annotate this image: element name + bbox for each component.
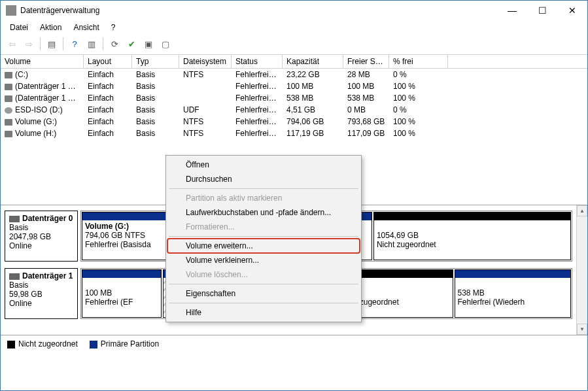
col-volume[interactable]: Volume — [1, 55, 84, 68]
ctx-change-letter[interactable]: Laufwerkbuchstaben und -pfade ändern... — [167, 205, 360, 220]
ctx-properties[interactable]: Eigenschaften — [167, 286, 360, 301]
swatch-unalloc-icon — [7, 341, 15, 348]
stripe-primary — [455, 270, 570, 278]
disk-icon — [9, 273, 20, 280]
ctx-extend-volume[interactable]: Volume erweitern... — [167, 239, 360, 253]
toolbar-separator — [40, 37, 41, 50]
col-cap[interactable]: Kapazität — [283, 55, 343, 68]
col-pct[interactable]: % frei — [389, 55, 448, 68]
disk-title: Datenträger 1 — [22, 271, 73, 280]
action-icon-2[interactable]: ▢ — [158, 37, 173, 51]
context-menu: Öffnen Durchsuchen Partition als aktiv m… — [165, 155, 362, 322]
ctx-separator — [169, 188, 358, 189]
volume-row[interactable]: Volume (H:)EinfachBasisNTFSFehlerfrei (.… — [1, 128, 587, 139]
nav-forward-button[interactable]: ⇨ — [22, 37, 36, 51]
ctx-delete-volume: Volume löschen... — [167, 267, 360, 282]
stripe-unalloc — [374, 212, 570, 220]
disk-status: Online — [9, 299, 32, 308]
disk-type: Basis — [9, 280, 28, 290]
toolbar-separator — [103, 37, 103, 50]
volume-icon — [5, 72, 12, 78]
ctx-format: Formatieren... — [167, 220, 360, 234]
col-layout[interactable]: Layout — [84, 55, 132, 68]
volume-row[interactable]: (Datenträger 1 Par...EinfachBasisFehlerf… — [1, 92, 587, 104]
volume-icon — [5, 119, 12, 126]
legend-primary: Primäre Partition — [90, 339, 159, 348]
action-icon-1[interactable]: ▣ — [141, 37, 156, 51]
col-status[interactable]: Status — [232, 55, 283, 68]
volume-row[interactable]: (Datenträger 1 Par...EinfachBasisFehlerf… — [1, 80, 587, 92]
ctx-mark-active: Partition als aktiv markieren — [167, 191, 360, 205]
scroll-up-icon[interactable]: ▲ — [577, 205, 587, 216]
volume-row[interactable]: ESD-ISO (D:)EinfachBasisUDFFehlerfrei (.… — [1, 104, 587, 116]
check-icon[interactable]: ✔ — [124, 37, 139, 51]
disk-title: Datenträger 0 — [22, 214, 73, 223]
ctx-separator — [169, 284, 358, 284]
details-view-icon[interactable]: ▤ — [44, 37, 59, 51]
disk-label-1[interactable]: Datenträger 1 Basis 59,98 GB Online — [5, 268, 78, 319]
menu-view[interactable]: Ansicht — [68, 22, 104, 33]
disk-size: 59,98 GB — [9, 290, 43, 299]
col-free[interactable]: Freier Sp... — [343, 55, 389, 68]
menu-action[interactable]: Aktion — [35, 22, 67, 33]
volume-list-header: Volume Layout Typ Dateisystem Status Kap… — [1, 55, 587, 69]
volume-icon — [5, 131, 12, 137]
scroll-down-icon[interactable]: ▼ — [577, 324, 587, 335]
partition-efi[interactable]: 100 MBFehlerfrei (EF — [82, 269, 162, 318]
refresh-icon[interactable]: ⟳ — [107, 37, 122, 51]
ctx-separator — [169, 236, 358, 237]
app-icon — [6, 5, 16, 16]
volume-list-body: (C:)EinfachBasisNTFSFehlerfrei (...23,22… — [1, 69, 587, 139]
volume-icon — [5, 84, 12, 90]
minimize-button[interactable]: — — [497, 1, 527, 20]
menu-file[interactable]: Datei — [5, 22, 33, 33]
ctx-shrink-volume[interactable]: Volume verkleinern... — [167, 253, 360, 267]
partition-unallocated[interactable]: 1054,69 GBNicht zugeordnet — [373, 212, 571, 260]
title-bar: Datenträgerverwaltung — ☐ ✕ — [1, 1, 587, 20]
maximize-button[interactable]: ☐ — [527, 1, 557, 20]
col-typ[interactable]: Typ — [132, 55, 179, 68]
legend-unallocated: Nicht zugeordnet — [7, 339, 78, 348]
col-fs[interactable]: Dateisystem — [179, 55, 232, 68]
volume-row[interactable]: (C:)EinfachBasisNTFSFehlerfrei (...23,22… — [1, 69, 587, 80]
disk-label-0[interactable]: Datenträger 0 Basis 2047,98 GB Online — [5, 211, 78, 262]
disk-type: Basis — [9, 223, 28, 232]
menu-help[interactable]: ? — [106, 22, 121, 33]
partition-recovery[interactable]: 538 MBFehlerfrei (Wiederh — [455, 269, 571, 318]
volume-row[interactable]: Volume (G:)EinfachBasisNTFSFehlerfrei (.… — [1, 116, 587, 128]
menu-bar: Datei Aktion Ansicht ? — [1, 20, 587, 35]
ctx-open[interactable]: Öffnen — [167, 158, 360, 172]
window-title: Datenträgerverwaltung — [20, 6, 497, 15]
stripe-primary — [82, 270, 161, 278]
panel-toggle-icon[interactable]: ▥ — [84, 37, 99, 51]
graphical-scrollbar[interactable]: ▲ ▼ — [576, 205, 587, 335]
legend: Nicht zugeordnet Primäre Partition — [1, 335, 587, 352]
volume-icon — [5, 95, 12, 102]
ctx-help[interactable]: Hilfe — [167, 305, 360, 320]
swatch-primary-icon — [90, 341, 97, 348]
toolbar: ⇦ ⇨ ▤ ? ▥ ⟳ ✔ ▣ ▢ — [1, 35, 587, 55]
ctx-separator — [169, 303, 358, 303]
ctx-browse[interactable]: Durchsuchen — [167, 172, 360, 186]
volume-icon — [5, 107, 12, 114]
toolbar-separator — [63, 37, 63, 50]
close-button[interactable]: ✕ — [557, 1, 587, 20]
disk-status: Online — [9, 241, 32, 250]
disk-icon — [9, 216, 20, 222]
disk-size: 2047,98 GB — [9, 232, 51, 241]
nav-back-button[interactable]: ⇦ — [5, 37, 19, 51]
scroll-track[interactable] — [577, 216, 587, 324]
help-icon[interactable]: ? — [67, 37, 82, 51]
